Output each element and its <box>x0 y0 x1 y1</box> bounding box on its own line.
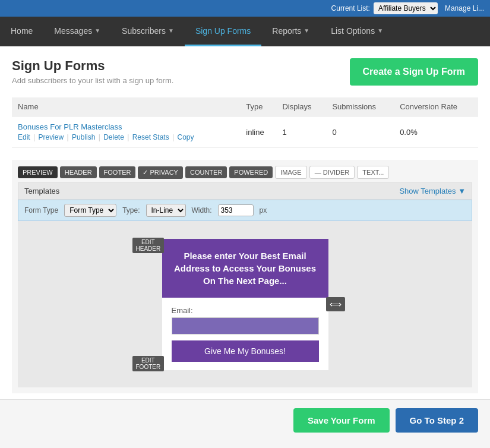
messages-chevron-icon: ▼ <box>94 27 100 34</box>
form-type-select[interactable]: Form Type <box>64 204 116 217</box>
nav-reports[interactable]: Reports ▼ <box>261 17 320 46</box>
form-displays-cell: 1 <box>276 116 326 148</box>
submit-button[interactable]: Give Me My Bonuses! <box>172 340 319 362</box>
width-label: Width: <box>192 206 212 214</box>
width-input[interactable] <box>218 204 254 216</box>
builder-toolbar: PREVIEW HEADER FOOTER ✓ PRIVACY COUNTER … <box>18 166 472 179</box>
divider-toolbar-btn[interactable]: — DIVIDER <box>309 166 355 179</box>
edit-header-button[interactable]: EDITHEADER <box>132 238 165 253</box>
list-options-chevron-icon: ▼ <box>377 27 383 34</box>
form-builder-area: PREVIEW HEADER FOOTER ✓ PRIVACY COUNTER … <box>12 160 478 393</box>
nav-messages-label: Messages <box>54 26 92 36</box>
form-submissions-cell: 0 <box>326 116 394 148</box>
templates-bar: Templates Show Templates ▼ <box>18 182 472 200</box>
form-preview: Please enter Your Best Email Address to … <box>162 239 328 370</box>
save-form-button[interactable]: Save Your Form <box>293 408 390 433</box>
row-actions: Edit | Preview | Publish | Delete | Rese… <box>18 133 234 141</box>
type-select[interactable]: In-Line <box>146 204 186 217</box>
table-header-row: Name Type Displays Submissions Conversio… <box>12 97 478 116</box>
main-nav: Home Messages ▼ Subscribers ▼ Sign Up Fo… <box>0 17 490 46</box>
table-row: Bonuses For PLR Masterclass Edit | Previ… <box>12 116 478 148</box>
form-header: Please enter Your Best Email Address to … <box>162 239 328 298</box>
form-type-cell: inline <box>240 116 276 148</box>
nav-signup-forms-label: Sign Up Forms <box>195 26 251 36</box>
counter-toolbar-btn[interactable]: COUNTER <box>185 166 227 178</box>
page-title-block: Sign Up Forms Add subscribers to your li… <box>12 58 173 85</box>
image-toolbar-btn[interactable]: IMAGE <box>275 166 306 179</box>
page-content: Sign Up Forms Add subscribers to your li… <box>0 46 490 399</box>
nav-subscribers-label: Subscribers <box>122 26 166 36</box>
col-displays: Displays <box>276 97 326 116</box>
resize-handle[interactable]: ⟺ <box>326 297 345 311</box>
form-name-link[interactable]: Bonuses For PLR Masterclass <box>18 122 122 131</box>
nav-subscribers[interactable]: Subscribers ▼ <box>111 17 185 46</box>
col-submissions: Submissions <box>326 97 394 116</box>
reports-chevron-icon: ▼ <box>304 27 309 34</box>
preview-link[interactable]: Preview <box>39 133 64 141</box>
form-preview-wrapper: EDITHEADER Please enter Your Best Email … <box>162 239 328 370</box>
page-subtitle: Add subscribers to your list with a sign… <box>12 76 173 85</box>
manage-list-link[interactable]: Manage Li... <box>445 4 484 12</box>
powered-toolbar-btn[interactable]: POWERED <box>229 166 273 178</box>
col-type: Type <box>240 97 276 116</box>
create-signup-form-button[interactable]: Create a Sign Up Form <box>350 58 478 86</box>
top-bar: Current List: Affiliate Buyers Manage Li… <box>0 0 490 17</box>
nav-list-options[interactable]: List Options ▼ <box>320 17 394 46</box>
current-list-select[interactable]: Affiliate Buyers <box>374 2 438 14</box>
form-preview-area: EDITHEADER Please enter Your Best Email … <box>18 221 472 387</box>
nav-messages[interactable]: Messages ▼ <box>43 17 111 46</box>
type-label: Type: <box>122 206 140 214</box>
page-title: Sign Up Forms <box>12 58 173 74</box>
col-conversion-rate: Conversion Rate <box>394 97 478 116</box>
current-list-label: Current List: <box>331 4 370 12</box>
px-label: px <box>260 206 267 214</box>
preview-toolbar-btn[interactable]: PREVIEW <box>18 166 58 178</box>
edit-footer-button[interactable]: EDITFOOTER <box>132 356 165 371</box>
forms-table-section: Name Type Displays Submissions Conversio… <box>12 97 478 148</box>
forms-table: Name Type Displays Submissions Conversio… <box>12 97 478 148</box>
form-name-cell: Bonuses For PLR Masterclass Edit | Previ… <box>12 116 240 148</box>
nav-signup-forms[interactable]: Sign Up Forms <box>185 17 261 46</box>
reset-stats-link[interactable]: Reset Stats <box>132 133 169 141</box>
nav-home-label: Home <box>11 26 33 36</box>
text-toolbar-btn[interactable]: TEXT... <box>357 166 389 179</box>
footer-toolbar-btn[interactable]: FOOTER <box>99 166 136 178</box>
nav-list-options-label: List Options <box>331 26 375 36</box>
go-to-step-2-button[interactable]: Go To Step 2 <box>396 408 478 433</box>
privacy-toolbar-btn[interactable]: ✓ PRIVACY <box>138 166 183 179</box>
templates-label: Templates <box>24 187 59 195</box>
copy-link[interactable]: Copy <box>178 133 194 141</box>
form-conversion-rate-cell: 0.0% <box>394 116 478 148</box>
email-label: Email: <box>172 306 319 315</box>
bottom-action-bar: Save Your Form Go To Step 2 <box>0 399 490 441</box>
email-input[interactable] <box>172 317 319 335</box>
header-toolbar-btn[interactable]: HEADER <box>60 166 97 178</box>
page-header: Sign Up Forms Add subscribers to your li… <box>12 58 478 86</box>
col-name: Name <box>12 97 240 116</box>
nav-home[interactable]: Home <box>0 17 43 46</box>
edit-link[interactable]: Edit <box>18 133 30 141</box>
form-type-label: Form Type <box>24 206 58 214</box>
form-type-bar: Form Type Form Type Type: In-Line Width:… <box>18 200 472 221</box>
show-templates-button[interactable]: Show Templates ▼ <box>399 187 466 195</box>
form-body: Email: Give Me My Bonuses! <box>162 298 328 370</box>
subscribers-chevron-icon: ▼ <box>168 27 174 34</box>
publish-link[interactable]: Publish <box>72 133 95 141</box>
delete-link[interactable]: Delete <box>103 133 124 141</box>
nav-reports-label: Reports <box>272 26 301 36</box>
